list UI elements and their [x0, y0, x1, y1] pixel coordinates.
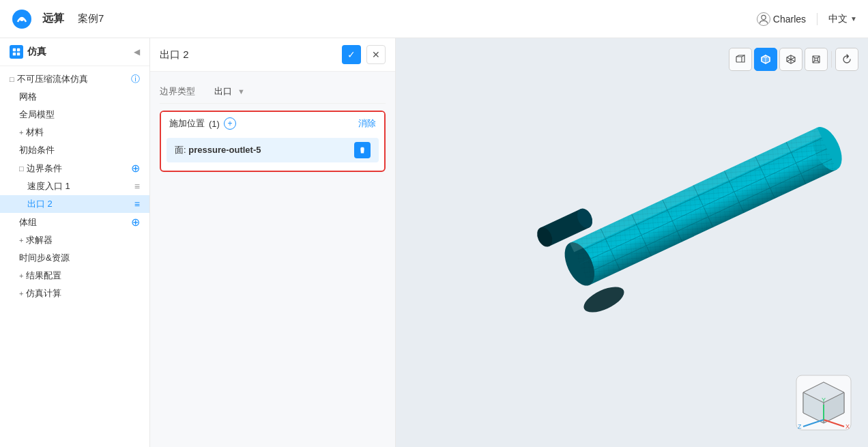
location-add-button[interactable]: + [224, 117, 236, 130]
expand-icon: + [19, 289, 23, 298]
location-count: (1) [209, 119, 220, 129]
svg-rect-9 [736, 57, 742, 62]
solid-view-button[interactable] [754, 48, 777, 71]
sidebar-item-global-model[interactable]: 全局模型 [0, 106, 149, 124]
sidebar-item-label: 时间步&资源 [19, 252, 140, 264]
wireframe-view-button[interactable] [805, 48, 828, 71]
header-divider [817, 13, 818, 25]
menu-icon[interactable]: ≡ [134, 199, 140, 210]
sidebar-tree: □ 不可压缩流体仿真 ⓘ 网格 全局模型 + 材料 初始条件 [0, 66, 149, 306]
svg-line-32 [584, 159, 832, 274]
svg-rect-5 [13, 53, 16, 55]
svg-rect-4 [17, 48, 20, 51]
perspective-view-button[interactable] [729, 48, 752, 71]
svg-text:X: X [845, 423, 850, 430]
location-section: 施加位置 (1) + 消除 面: pressure-outlet-5 [160, 111, 386, 172]
info-icon: ⓘ [131, 73, 140, 85]
language-label: 中文 [828, 13, 848, 25]
panel-title: 出口 2 [160, 48, 189, 61]
sidebar-item-boundary-conditions[interactable]: □ 边界条件 ⊕ [0, 159, 149, 177]
user-info: Charles [757, 12, 806, 26]
location-title: 施加位置 (1) + [169, 117, 236, 130]
location-item-prefix: 面: [175, 145, 186, 155]
app-logo [11, 8, 33, 30]
sidebar-collapse-icon[interactable]: ◀ [134, 47, 140, 57]
location-item: 面: pressure-outlet-5 [167, 138, 379, 162]
svg-rect-8 [363, 149, 364, 152]
svg-line-30 [575, 138, 822, 253]
3d-model [505, 98, 868, 388]
sidebar-item-materials[interactable]: + 材料 [0, 124, 149, 141]
expand-icon: □ [10, 75, 14, 83]
sidebar-item-label: 仿真计算 [26, 287, 140, 300]
sidebar: 仿真 ◀ □ 不可压缩流体仿真 ⓘ 网格 全局模型 + 材料 [0, 38, 150, 447]
sidebar-header: 仿真 ◀ [0, 38, 149, 66]
sidebar-item-label: 材料 [26, 126, 140, 139]
sidebar-item-label: 网格 [19, 91, 140, 103]
sidebar-item-label: 全局模型 [19, 109, 140, 121]
location-item-delete-button[interactable] [354, 142, 371, 158]
sidebar-item-label: 出口 2 [27, 198, 134, 210]
sidebar-item-sim-calc[interactable]: + 仿真计算 [0, 285, 149, 302]
main-layout: 仿真 ◀ □ 不可压缩流体仿真 ⓘ 网格 全局模型 + 材料 [0, 38, 868, 447]
add-icon[interactable]: ⊕ [131, 162, 140, 175]
sidebar-item-solver[interactable]: + 求解器 [0, 231, 149, 249]
sidebar-module-title: 仿真 [10, 45, 46, 59]
wireframe-solid-view-button[interactable] [779, 48, 802, 71]
panel-header: 出口 2 ✓ ✕ [150, 38, 395, 72]
close-button[interactable]: ✕ [366, 45, 386, 64]
expand-icon: + [19, 236, 23, 244]
svg-rect-6 [17, 53, 20, 55]
app-name: 远算 [42, 12, 64, 26]
expand-icon: + [19, 272, 23, 280]
boundary-type-row: 边界类型 出口 ▼ [160, 80, 386, 104]
svg-rect-7 [361, 149, 362, 152]
menu-icon[interactable]: ≡ [134, 181, 140, 192]
sidebar-item-label: 体组 [19, 216, 131, 229]
location-item-name: pressure-outlet-5 [188, 145, 261, 155]
sidebar-item-velocity-inlet[interactable]: 速度入口 1 ≡ [0, 177, 149, 195]
svg-point-1 [20, 17, 24, 21]
sidebar-item-body-group[interactable]: 体组 ⊕ [0, 213, 149, 231]
svg-line-31 [579, 148, 827, 263]
location-section-bottom [161, 165, 384, 171]
header-right: Charles 中文 ▼ [757, 12, 857, 26]
chevron-down-icon: ▼ [850, 15, 857, 23]
sidebar-item-result-config[interactable]: + 结果配置 [0, 267, 149, 285]
expand-icon: □ [19, 164, 24, 173]
add-icon[interactable]: ⊕ [131, 216, 140, 229]
controls-divider [831, 51, 832, 68]
3d-viewport: X Z Y [396, 38, 868, 447]
confirm-button[interactable]: ✓ [342, 45, 361, 64]
axis-indicator: X Z Y [793, 372, 848, 427]
boundary-type-value: 出口 [214, 85, 232, 98]
sidebar-item-initial-conditions[interactable]: 初始条件 [0, 141, 149, 159]
boundary-panel: 出口 2 ✓ ✕ 边界类型 出口 ▼ 施加位置 (1) [150, 38, 396, 447]
location-header: 施加位置 (1) + 消除 [161, 112, 384, 135]
reset-view-button[interactable] [835, 48, 858, 71]
sidebar-item-label: 不可压缩流体仿真 [17, 73, 131, 85]
boundary-type-label: 边界类型 [160, 85, 214, 98]
svg-point-2 [762, 15, 766, 19]
sidebar-item-outlet2[interactable]: 出口 2 ≡ [0, 195, 149, 213]
sidebar-item-label: 边界条件 [27, 162, 131, 175]
panel-actions: ✓ ✕ [342, 45, 386, 64]
location-item-label: 面: pressure-outlet-5 [175, 144, 354, 156]
sidebar-item-label: 求解器 [26, 234, 140, 246]
language-selector[interactable]: 中文 ▼ [828, 13, 857, 25]
chevron-down-icon: ▼ [237, 87, 245, 96]
sidebar-item-time-step[interactable]: 时间步&资源 [0, 249, 149, 267]
module-label: 仿真 [27, 46, 46, 58]
viewport-controls [729, 48, 858, 71]
user-avatar-icon [757, 12, 770, 26]
sidebar-item-label: 初始条件 [19, 144, 140, 156]
location-clear-button[interactable]: 消除 [358, 117, 376, 130]
user-name: Charles [773, 14, 806, 25]
project-name: 案例7 [78, 12, 104, 25]
boundary-type-select[interactable]: 出口 ▼ [214, 85, 386, 98]
sim-icon [10, 45, 23, 59]
sidebar-item-incompressible[interactable]: □ 不可压缩流体仿真 ⓘ [0, 70, 149, 88]
svg-rect-3 [13, 48, 16, 51]
sidebar-item-mesh[interactable]: 网格 [0, 88, 149, 106]
panel-body: 边界类型 出口 ▼ 施加位置 (1) + 消除 [150, 72, 395, 180]
